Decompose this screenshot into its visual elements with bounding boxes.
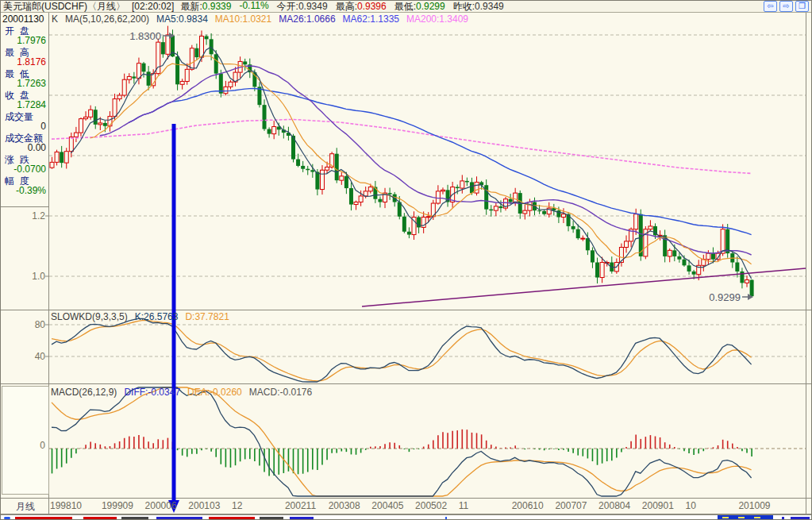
- chart-type-label: K: [52, 13, 58, 25]
- quote-field: 昨收:0.9349: [453, 0, 504, 13]
- info-row: 开 盘1.7976: [1, 25, 48, 46]
- ma-legend-item: MA200:1.3409: [406, 13, 468, 25]
- ma-legend-item: MA26:1.0666: [279, 13, 335, 25]
- status-text-fragment: [260, 517, 283, 519]
- quote-field: 今开:0.9349: [277, 0, 328, 13]
- x-axis-tick-label: 199909: [102, 500, 133, 511]
- info-row: 涨 跌-0.0700: [1, 153, 48, 175]
- price-gridlines: [49, 35, 806, 276]
- status-text-fragment: [209, 517, 255, 519]
- status-text-fragment: [83, 517, 117, 519]
- x-axis-tick-label: 10: [686, 500, 696, 511]
- macd-macd-value: MACD:-0.0176: [249, 387, 312, 398]
- ma-legend-item: MA10:1.0321: [215, 13, 271, 25]
- macd-tick-0: 0: [25, 440, 45, 451]
- back-arrow-button[interactable]: ⇦: [764, 1, 777, 12]
- kd-d-value: D:37.7821: [185, 311, 229, 322]
- ma-param-label: MA(5,10,26,62,200): [65, 13, 149, 25]
- quote-time: [02:20:02]: [132, 1, 174, 12]
- forward-arrow-button[interactable]: ⇨: [779, 1, 793, 12]
- info-row: 最 高1.8176: [1, 46, 48, 67]
- chart-application-window: 美元瑞郎(USDCHF)〈月线〉 [02:20:02] 最新:0.9339-0.…: [0, 0, 812, 520]
- ma-legend-item: MA5:0.9834: [156, 13, 208, 25]
- ma200-line: [52, 119, 752, 173]
- status-info-icon: [4, 517, 10, 519]
- x-axis-tick-label: 12: [232, 500, 242, 511]
- restore-window-button[interactable]: ❐: [795, 1, 809, 12]
- macd-dea-line: [52, 387, 752, 496]
- quote-title-bar: 美元瑞郎(USDCHF)〈月线〉 [02:20:02] 最新:0.9339-0.…: [1, 1, 811, 13]
- macd-panel-header: MACD(26,12,9) DIFF:-0.0347 DEA:-0.0260 M…: [51, 387, 312, 398]
- peak-callout-arrow: [163, 33, 175, 39]
- status-clock-fragment: [791, 517, 810, 519]
- x-axis-tick-label: 200901: [642, 500, 674, 511]
- macd-dea-value: DEA:-0.0260: [187, 387, 242, 398]
- ma-legend-item: MA62:1.1335: [343, 13, 399, 25]
- x-axis-tick-label: 200103: [188, 500, 220, 511]
- x-axis-tick-label: 199810: [50, 500, 82, 511]
- low-callout-arrow: [742, 294, 753, 300]
- quote-fields: 最新:0.9339-0.11%今开:0.9349最高:0.9396最低:0.92…: [180, 0, 511, 13]
- chart-canvas[interactable]: [1, 1, 811, 519]
- quote-field: 最高:0.9396: [336, 0, 387, 13]
- kd-tick-80: 80: [25, 319, 45, 330]
- selected-date: 20001130: [2, 13, 48, 25]
- ohlc-info-panel: 开 盘1.7976最 高1.8176最 低1.7263收 盘1.7284成交量0…: [1, 25, 48, 196]
- status-text-fragment: [290, 517, 314, 519]
- status-divider: [445, 517, 447, 519]
- x-axis-tick-label: 200308: [329, 500, 360, 511]
- x-axis-tick-label: 201009: [738, 500, 770, 511]
- status-text-fragment: [15, 517, 72, 519]
- kd-indicator-name: SLOWKD(9,3,3,5): [51, 311, 128, 322]
- status-text-fragment: [156, 517, 202, 519]
- status-highlight-box[interactable]: [718, 515, 773, 520]
- macd-diff-value: DIFF:-0.0347: [124, 387, 180, 398]
- x-axis-tick-label: 200405: [371, 500, 403, 511]
- x-axis-tick-label: 200610: [512, 500, 544, 511]
- ma26-line: [100, 66, 752, 255]
- kd-panel-header: SLOWKD(9,3,3,5) K:26.5763 D:37.7821: [51, 311, 229, 322]
- price-tick-1p0: 1.0: [25, 271, 45, 282]
- ma62-line: [129, 89, 751, 235]
- info-row: 成交金额0.00: [1, 132, 48, 153]
- symbol-title: 美元瑞郎(USDCHF)〈月线〉: [3, 0, 125, 13]
- x-axis-tick-label: 11: [459, 500, 468, 511]
- quote-field: -0.11%: [239, 0, 268, 13]
- info-row: 最 低1.7263: [1, 67, 48, 89]
- ma5-line: [71, 47, 751, 279]
- macd-indicator-name: MACD(26,12,9): [51, 387, 117, 398]
- period-label: 月线: [7, 500, 44, 514]
- kd-k-value: K:26.5763: [135, 311, 179, 322]
- status-text-fragment: [121, 517, 148, 519]
- x-axis-tick-label: 200804: [598, 500, 630, 511]
- info-row: 幅 度-0.39%: [1, 175, 48, 196]
- price-tick-1p2: 1.2: [25, 210, 45, 221]
- ma-legend: MA5:0.9834MA10:1.0321MA26:1.0666MA62:1.1…: [156, 13, 468, 25]
- ma10-line: [90, 56, 752, 264]
- macd-histogram: [52, 429, 752, 476]
- window-buttons: ⇦⇨❐: [764, 1, 809, 12]
- kd-d-line: [52, 320, 752, 381]
- status-bar: [1, 514, 811, 520]
- info-row: 收 盘1.7284: [1, 89, 48, 110]
- info-row: 成交量0: [1, 110, 48, 132]
- status-text-fragment: [782, 517, 784, 519]
- x-axis-tick-label: 200502: [415, 500, 447, 511]
- low-price-callout: 0.9299: [693, 291, 741, 303]
- peak-price-callout: 1.8300: [121, 30, 161, 42]
- x-axis-tick-label: 200006: [145, 500, 177, 511]
- kd-k-line: [52, 318, 752, 382]
- main-chart-header: K MA(5,10,26,62,200) MA5:0.9834MA10:1.03…: [52, 13, 468, 25]
- quote-field: 最低:0.9299: [394, 0, 445, 13]
- x-axis-tick-label: 200707: [555, 500, 587, 511]
- quote-field: 最新:0.9339: [180, 0, 231, 13]
- x-axis-tick-label: 200211: [285, 500, 316, 511]
- kd-tick-40: 40: [25, 351, 45, 362]
- candles-layer: [50, 26, 754, 298]
- macd-diff-line: [52, 387, 752, 496]
